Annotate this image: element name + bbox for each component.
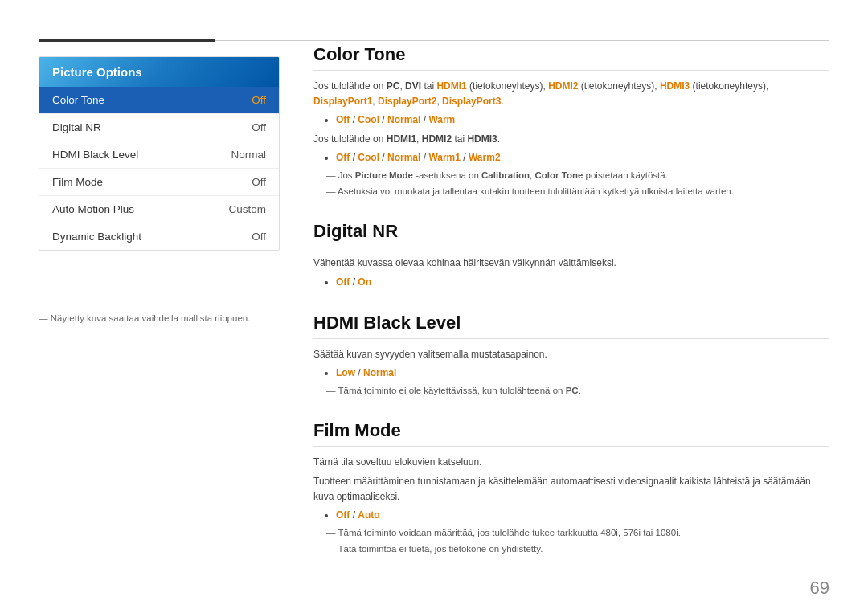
sidebar-item-film-mode-label: Film Mode bbox=[52, 176, 103, 188]
page-number: 69 bbox=[810, 578, 829, 599]
sidebar-item-dynamic-backlight[interactable]: Dynamic Backlight Off bbox=[39, 223, 279, 250]
color-tone-para1: Jos tulolähde on PC, DVI tai HDMI1 (tiet… bbox=[313, 79, 829, 109]
sidebar-item-digital-nr-label: Digital NR bbox=[52, 121, 101, 133]
top-decorative-lines bbox=[0, 39, 868, 42]
sidebar-item-dynamic-backlight-value: Off bbox=[252, 231, 266, 243]
sidebar-item-auto-motion-plus[interactable]: Auto Motion Plus Custom bbox=[39, 196, 279, 223]
sidebar-item-auto-motion-plus-value: Custom bbox=[228, 203, 266, 215]
sidebar-item-hdmi-black-level-label: HDMI Black Level bbox=[52, 149, 138, 161]
section-color-tone: Color Tone Jos tulolähde on PC, DVI tai … bbox=[313, 44, 829, 198]
sidebar-header: Picture Options bbox=[39, 57, 279, 87]
sidebar-item-color-tone-value: Off bbox=[252, 94, 266, 106]
hdmi-black-level-note1: Tämä toiminto ei ole käytettävissä, kun … bbox=[320, 384, 829, 398]
section-film-mode: Film Mode Tämä tila soveltuu elokuvien k… bbox=[313, 420, 829, 556]
digital-nr-para1: Vähentää kuvassa olevaa kohinaa häiritse… bbox=[313, 255, 829, 271]
sidebar-item-film-mode-value: Off bbox=[252, 176, 266, 188]
film-mode-para2: Tuotteen määrittäminen tunnistamaan ja k… bbox=[313, 474, 829, 505]
sidebar-item-hdmi-black-level-value: Normal bbox=[231, 149, 266, 161]
hdmi-black-level-para1: Säätää kuvan syvyyden valitsemalla musta… bbox=[313, 347, 829, 362]
section-hdmi-black-level: HDMI Black Level Säätää kuvan syvyyden v… bbox=[313, 313, 829, 398]
digital-nr-bullet1: Off / On bbox=[336, 275, 829, 290]
sidebar-item-dynamic-backlight-label: Dynamic Backlight bbox=[52, 231, 141, 243]
section-digital-nr: Digital NR Vähentää kuvassa olevaa kohin… bbox=[313, 221, 829, 289]
sidebar-item-hdmi-black-level[interactable]: HDMI Black Level Normal bbox=[39, 141, 279, 169]
film-mode-para1: Tämä tila soveltuu elokuvien katseluun. bbox=[313, 455, 829, 470]
color-tone-bullet2: Off / Cool / Normal / Warm1 / Warm2 bbox=[336, 150, 829, 166]
sidebar-item-auto-motion-plus-label: Auto Motion Plus bbox=[52, 203, 134, 215]
section-hdmi-black-level-title: HDMI Black Level bbox=[313, 313, 829, 339]
color-tone-bullet1: Off / Cool / Normal / Warm bbox=[336, 112, 829, 128]
color-tone-note1: Jos Picture Mode -asetuksena on Calibrat… bbox=[320, 169, 829, 182]
color-tone-note2: Asetuksia voi muokata ja tallentaa kutak… bbox=[320, 185, 829, 198]
hdmi-black-level-bullet1: Low / Normal bbox=[336, 366, 829, 381]
top-line-light bbox=[215, 40, 829, 41]
section-color-tone-title: Color Tone bbox=[313, 44, 829, 71]
film-mode-note2: Tätä toimintoa ei tueta, jos tietokone o… bbox=[320, 542, 829, 556]
section-digital-nr-title: Digital NR bbox=[313, 221, 829, 247]
sidebar-item-film-mode[interactable]: Film Mode Off bbox=[39, 169, 279, 196]
sidebar-item-digital-nr-value: Off bbox=[252, 121, 266, 133]
sidebar-item-color-tone[interactable]: Color Tone Off bbox=[39, 87, 279, 114]
section-film-mode-title: Film Mode bbox=[313, 420, 829, 447]
main-content: Color Tone Jos tulolähde on PC, DVI tai … bbox=[313, 44, 829, 581]
film-mode-note1: Tämä toiminto voidaan määrittää, jos tul… bbox=[320, 526, 829, 540]
color-tone-para2: Jos tulolähde on HDMI1, HDMI2 tai HDMI3. bbox=[313, 132, 829, 147]
sidebar-panel: Picture Options Color Tone Off Digital N… bbox=[39, 56, 280, 251]
film-mode-bullet1: Off / Auto bbox=[336, 508, 829, 523]
sidebar-item-color-tone-label: Color Tone bbox=[52, 94, 104, 106]
top-line-dark bbox=[39, 39, 215, 42]
sidebar-note: Näytetty kuva saattaa vaihdella mallista… bbox=[39, 313, 250, 323]
sidebar-item-digital-nr[interactable]: Digital NR Off bbox=[39, 114, 279, 141]
